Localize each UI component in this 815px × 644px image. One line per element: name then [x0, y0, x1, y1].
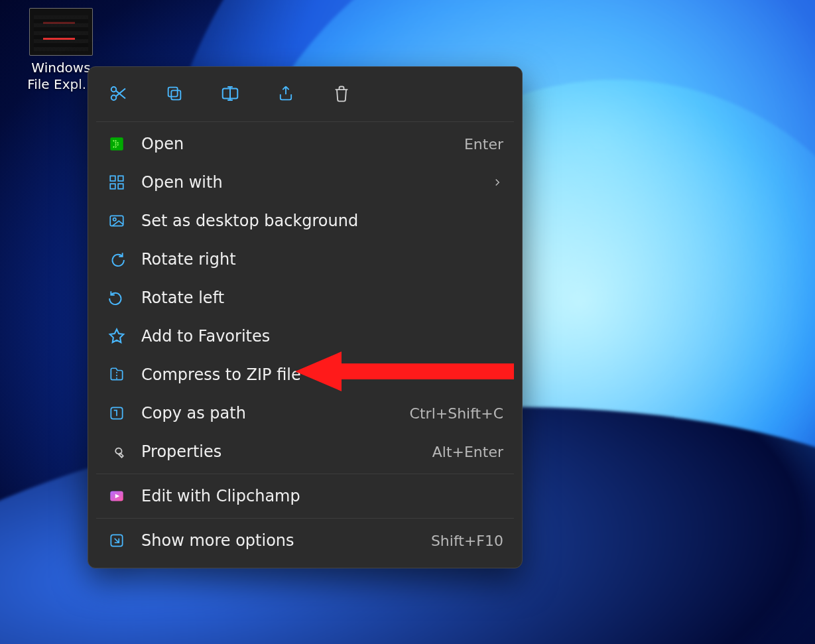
- svg-rect-9: [118, 184, 123, 189]
- copy-path-icon: [107, 403, 127, 423]
- cut-button[interactable]: [105, 80, 132, 107]
- svg-point-11: [113, 218, 116, 221]
- open-with-icon: [107, 172, 127, 192]
- menu-separator: [96, 121, 514, 122]
- svg-rect-3: [168, 88, 178, 97]
- file-label: Windows File Expl...: [27, 60, 95, 93]
- rename-icon: [220, 84, 240, 103]
- menu-copy-as-path[interactable]: Copy as path Ctrl+Shift+C: [92, 394, 518, 432]
- svg-rect-5: [110, 137, 123, 151]
- menu-separator: [96, 518, 514, 519]
- menu-open-with-label: Open with: [141, 173, 477, 192]
- copy-button[interactable]: [161, 80, 188, 107]
- menu-open-with[interactable]: Open with: [92, 163, 518, 202]
- trash-icon: [332, 84, 351, 103]
- share-icon: [277, 84, 295, 103]
- svg-rect-2: [171, 90, 180, 99]
- open-icon: [107, 134, 127, 154]
- menu-copy-path-label: Copy as path: [141, 404, 395, 422]
- star-icon: [107, 326, 127, 346]
- more-options-icon: [107, 531, 127, 550]
- share-button[interactable]: [273, 80, 299, 107]
- menu-rotate-left-label: Rotate left: [141, 289, 503, 307]
- menu-copy-path-accel: Ctrl+Shift+C: [410, 405, 503, 422]
- zip-icon: [107, 365, 127, 385]
- rotate-right-icon: [107, 249, 127, 269]
- rotate-left-icon: [107, 288, 127, 308]
- menu-edit-clipchamp[interactable]: Edit with Clipchamp: [92, 477, 518, 515]
- scissors-icon: [109, 84, 129, 103]
- wrench-icon: [107, 442, 127, 462]
- svg-rect-7: [118, 176, 123, 181]
- menu-properties[interactable]: Properties Alt+Enter: [92, 432, 518, 471]
- chevron-right-icon: [491, 176, 503, 188]
- copy-icon: [165, 84, 184, 103]
- menu-open-label: Open: [141, 135, 450, 153]
- menu-zip-label: Compress to ZIP file: [141, 365, 503, 384]
- menu-more-label: Show more options: [141, 531, 416, 550]
- file-thumbnail: [29, 8, 93, 56]
- menu-add-to-favorites[interactable]: Add to Favorites: [92, 317, 518, 355]
- menu-set-bg-label: Set as desktop background: [141, 212, 503, 230]
- menu-more-accel: Shift+F10: [431, 533, 503, 549]
- clipchamp-icon: [107, 486, 127, 506]
- menu-rotate-right-label: Rotate right: [141, 250, 503, 269]
- menu-rotate-right[interactable]: Rotate right: [92, 240, 518, 279]
- context-menu: Open Enter Open with Set as desktop back…: [88, 66, 523, 568]
- svg-rect-10: [110, 216, 123, 225]
- rename-button[interactable]: [217, 80, 243, 107]
- menu-separator: [96, 474, 514, 474]
- svg-rect-6: [110, 176, 115, 181]
- menu-rotate-left[interactable]: Rotate left: [92, 279, 518, 317]
- svg-rect-8: [110, 184, 115, 189]
- menu-open[interactable]: Open Enter: [92, 125, 518, 163]
- delete-button[interactable]: [328, 80, 355, 107]
- menu-properties-accel: Alt+Enter: [432, 444, 503, 460]
- context-menu-toolbar: [92, 74, 518, 119]
- menu-compress-zip[interactable]: Compress to ZIP file: [92, 355, 518, 394]
- menu-clipchamp-label: Edit with Clipchamp: [141, 487, 503, 505]
- menu-properties-label: Properties: [141, 442, 418, 461]
- picture-icon: [107, 211, 127, 231]
- menu-show-more-options[interactable]: Show more options Shift+F10: [92, 521, 518, 560]
- menu-set-desktop-background[interactable]: Set as desktop background: [92, 202, 518, 240]
- menu-favorites-label: Add to Favorites: [141, 327, 503, 346]
- menu-open-accel: Enter: [464, 136, 503, 153]
